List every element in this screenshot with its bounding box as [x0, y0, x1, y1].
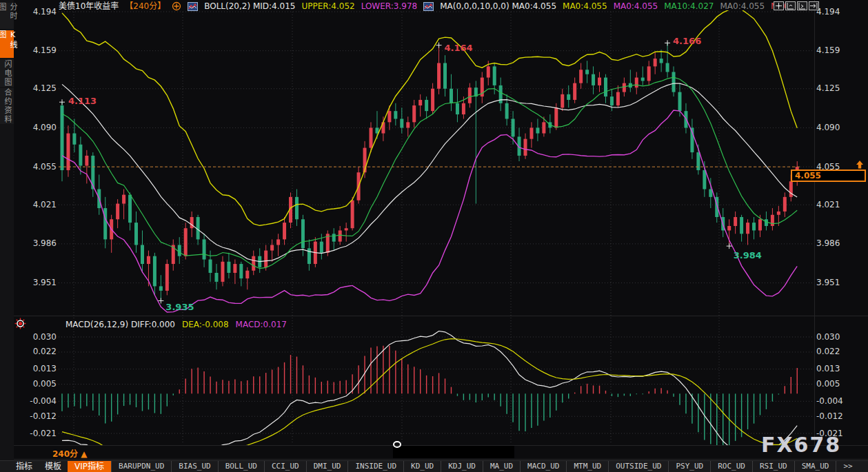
pan-right-icon[interactable]: [809, 1, 819, 10]
sidebar-tab-1[interactable]: 分时图: [0, 3, 14, 29]
toolbar-more-button[interactable]: >>: [836, 461, 859, 472]
toolbar-item-roc-ud[interactable]: ROC_UD: [710, 461, 752, 472]
boll-mid-value: BOLL(20,2) MID:4.015: [204, 1, 295, 12]
svg-text:4.113: 4.113: [68, 96, 97, 106]
scale-right-icon[interactable]: [797, 1, 807, 10]
scale-left-icon[interactable]: [785, 1, 796, 10]
sidebar-tab-4[interactable]: 合约资料: [0, 88, 14, 124]
toolbar-item-inside-ud[interactable]: INSIDE_UD: [347, 461, 403, 472]
period-indicator[interactable]: 240分 ▲: [52, 447, 87, 459]
ma10-value: MA10:4.027: [664, 1, 714, 12]
toolbar-item-boll-ud[interactable]: BOLL_UD: [218, 461, 264, 472]
svg-text:4.166: 4.166: [673, 36, 701, 46]
toolbar-item-kdj-ud[interactable]: KDJ_UD: [441, 461, 483, 472]
toolbar-item--[interactable]: 模板: [39, 461, 68, 472]
toolbar-item-cci-ud[interactable]: CCI_UD: [264, 461, 306, 472]
settings-circle-icon[interactable]: [172, 1, 181, 11]
indicator-header: 美债10年收益率【240分】BOLL(20,2) MID:4.015UPPER:…: [59, 1, 791, 12]
toolbar-item-macd-ud[interactable]: MACD_UD: [520, 461, 566, 472]
macd-header: MACD(26,12,9) DIFF:0.000DEA:-0.008MACD:0…: [65, 320, 287, 331]
panel-divider: [0, 316, 868, 316]
indicator-settings-icon[interactable]: [14, 318, 26, 332]
price-chart[interactable]: 4.1134.1644.1663.9353.984: [0, 0, 868, 460]
price-annotation: 4.113: [59, 96, 97, 106]
crosshair-marker: [393, 441, 401, 448]
price-annotation: 4.166: [665, 36, 701, 46]
price-annotation: 4.164: [436, 43, 473, 53]
toolbar-item-psy-ud[interactable]: PSY_UD: [668, 461, 710, 472]
mini-chart-icon[interactable]: [423, 2, 434, 11]
sidebar-tab-3[interactable]: 闪电图: [0, 59, 14, 87]
boll-upper-value: UPPER:4.052: [301, 1, 354, 12]
toolbar-item-rsi-ud[interactable]: RSI_UD: [752, 461, 794, 472]
macd-diff-value: MACD(26,12,9) DIFF:0.000: [65, 320, 175, 331]
macd-hist-value: MACD:0.017: [236, 320, 287, 331]
date-axis-tooltip: [393, 446, 514, 458]
ma0-gray-value: MA0:4.055: [720, 1, 765, 12]
toolbar-item-kd-ud[interactable]: KD_UD: [403, 461, 441, 472]
toolbar-item-vip-[interactable]: VIP指标: [68, 461, 111, 472]
right-axis-border: [814, 0, 815, 445]
axis-divider-bottom: [0, 459, 868, 460]
toolbar-item-bias-ud[interactable]: BIAS_UD: [171, 461, 217, 472]
toolbar-item-ma-ud[interactable]: MA_UD: [483, 461, 520, 472]
price-arrow-icon: [855, 159, 865, 172]
toolbar-item-mtm-ud[interactable]: MTM_UD: [566, 461, 608, 472]
ma-param-value: MA(0,0,0,10,0,0) MA0:4.055: [440, 1, 556, 12]
sidebar-tab-2[interactable]: K线图: [0, 30, 14, 58]
left-sidebar: 分时图K线图闪电图合约资料: [0, 0, 14, 472]
chart-toolbar: [774, 1, 819, 10]
svg-text:4.164: 4.164: [445, 43, 473, 53]
ma0-yellow-value: MA0:4.055: [563, 1, 607, 12]
crosshair-tool-icon[interactable]: [774, 1, 784, 10]
price-annotation: 3.935: [158, 298, 194, 312]
toolbar-item-sma-ud[interactable]: SMA_UD: [794, 461, 836, 472]
ma0-magenta-value: MA0:4.055: [614, 1, 658, 12]
macd-dea-value: DEA:-0.008: [182, 320, 229, 331]
symbol-title: 美债10年收益率: [59, 1, 119, 12]
toolbar-item-barupdn-ud[interactable]: BARUPDN_UD: [111, 461, 171, 472]
indicator-toolbar: 指标模板VIP指标BARUPDN_UDBIAS_UDBOLL_UDCCI_UDD…: [0, 460, 868, 472]
toolbar-item-dmi-ud[interactable]: DMI_UD: [306, 461, 348, 472]
mini-chart-icon[interactable]: [188, 2, 198, 11]
boll-lower-value: LOWER:3.978: [361, 1, 418, 12]
watermark-logo: FX678: [761, 433, 841, 457]
price-annotation: 3.984: [727, 243, 762, 260]
toolbar-item-outside-ud[interactable]: OUTSIDE_UD: [608, 461, 668, 472]
toolbar-item--[interactable]: 指标: [10, 461, 39, 472]
period-badge: 【240分】: [125, 1, 165, 12]
svg-text:3.935: 3.935: [165, 302, 194, 312]
svg-text:3.984: 3.984: [734, 250, 762, 260]
